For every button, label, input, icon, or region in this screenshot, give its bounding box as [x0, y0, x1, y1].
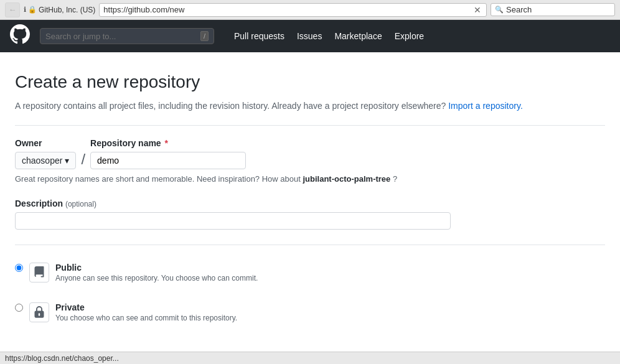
path-separator: / [76, 151, 90, 168]
nav-explore[interactable]: Explore [390, 29, 429, 44]
status-url: https://blog.csdn.net/chaos_oper... [5, 354, 119, 358]
public-text-group: Public Anyone can see this repository. Y… [55, 263, 605, 282]
page-title: Create a new repository [15, 72, 605, 92]
private-radio[interactable] [15, 304, 23, 312]
required-indicator: * [165, 138, 168, 148]
public-icon [29, 263, 49, 282]
private-title: Private [55, 302, 605, 312]
repo-name-group: Repository name * [90, 138, 246, 169]
browser-security: ℹ 🔒 GitHub, Inc. (US) [24, 6, 95, 14]
nav-pull-requests[interactable]: Pull requests [229, 29, 289, 44]
browser-search-bar[interactable]: 🔍 Search [491, 3, 615, 16]
suggestion-prefix: Great repository names are short and mem… [15, 174, 301, 184]
suggestion-text: Great repository names are short and mem… [15, 174, 605, 184]
public-title: Public [55, 263, 605, 273]
status-bar: https://blog.csdn.net/chaos_oper... [0, 352, 620, 357]
search-box[interactable]: / [40, 28, 214, 44]
back-icon: ← [9, 5, 17, 14]
private-icon [29, 302, 49, 322]
close-tab-button[interactable]: ✕ [472, 5, 482, 15]
nav-issues[interactable]: Issues [292, 29, 327, 44]
description-input[interactable] [15, 212, 451, 230]
info-icon: ℹ [24, 6, 26, 14]
browser-search-icon: 🔍 [495, 6, 504, 14]
repo-label-text: Repository name [90, 138, 161, 148]
search-shortcut: / [200, 31, 209, 41]
divider-2 [15, 245, 605, 245]
repo-name-input[interactable] [90, 152, 246, 169]
private-text-group: Private You choose who can see and commi… [55, 302, 605, 322]
search-input[interactable] [45, 32, 200, 41]
divider-1 [15, 125, 605, 126]
private-desc: You choose who can see and commit to thi… [55, 314, 605, 322]
owner-value: chaosoper [22, 156, 62, 166]
url-bar[interactable]: https://github.com/new ✕ [99, 3, 487, 17]
optional-text: (optional) [65, 200, 96, 208]
import-link[interactable]: Import a repository. [448, 101, 523, 111]
public-option: Public Anyone can see this repository. Y… [15, 258, 605, 287]
lock-icon: 🔒 [28, 6, 37, 14]
owner-label: Owner [15, 138, 76, 148]
public-radio[interactable] [15, 264, 23, 272]
close-icon: ✕ [474, 5, 481, 15]
browser-search-placeholder: Search [506, 5, 532, 14]
owner-group: Owner chaosoper ▾ [15, 138, 76, 169]
main-content: Create a new repository A repository con… [0, 52, 620, 357]
visibility-section: Public Anyone can see this repository. Y… [15, 258, 605, 327]
suggestion-suffix: ? [393, 174, 397, 184]
site-name: GitHub, Inc. (US) [39, 6, 95, 14]
private-option: Private You choose who can see and commi… [15, 297, 605, 327]
page-description: A repository contains all project files,… [15, 100, 605, 113]
dropdown-arrow-icon: ▾ [65, 156, 69, 166]
owner-repo-section: Owner chaosoper ▾ / Repository name * [15, 138, 605, 169]
url-text: https://github.com/new [103, 5, 472, 14]
github-navbar: / Pull requests Issues Marketplace Explo… [0, 20, 620, 52]
description-label: Description (optional) [15, 198, 605, 208]
nav-marketplace[interactable]: Marketplace [329, 29, 387, 44]
description-label-text: Description [15, 198, 63, 208]
description-text: A repository contains all project files,… [15, 101, 446, 111]
nav-links: Pull requests Issues Marketplace Explore [229, 29, 429, 44]
github-logo[interactable] [10, 24, 30, 48]
description-group: Description (optional) [15, 198, 605, 230]
owner-select[interactable]: chaosoper ▾ [15, 152, 76, 169]
repo-name-label: Repository name * [90, 138, 246, 148]
suggestion-name: jubilant-octo-palm-tree [303, 174, 390, 184]
public-desc: Anyone can see this repository. You choo… [55, 274, 605, 282]
browser-chrome: ← ℹ 🔒 GitHub, Inc. (US) https://github.c… [0, 0, 620, 20]
back-button[interactable]: ← [5, 2, 20, 17]
